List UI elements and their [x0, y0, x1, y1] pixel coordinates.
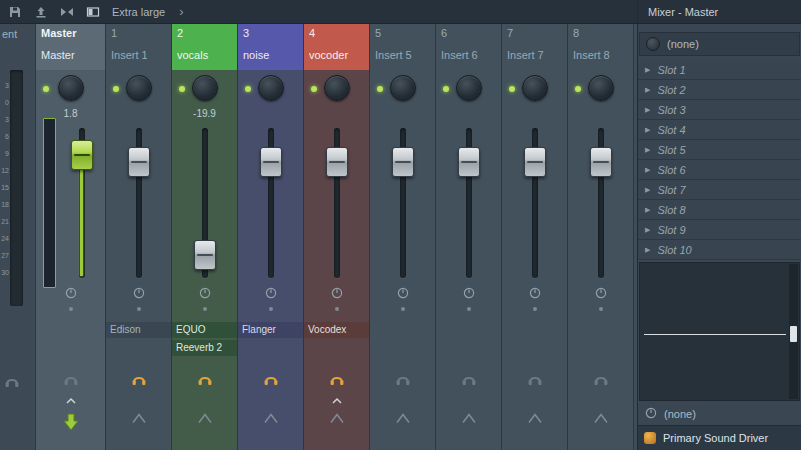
- track-header[interactable]: 5 Insert 5: [370, 24, 435, 70]
- audio-driver-row[interactable]: Primary Sound Driver: [638, 425, 801, 450]
- master-track-name[interactable]: Master: [41, 49, 100, 61]
- eq-scrollbar[interactable]: [789, 264, 798, 399]
- track-header[interactable]: 6 Insert 6: [436, 24, 501, 70]
- clock-icon[interactable]: [436, 284, 501, 302]
- clock-icon[interactable]: [172, 284, 237, 302]
- record-dot[interactable]: [36, 302, 105, 316]
- view-size-selector[interactable]: Extra large ›: [112, 4, 184, 19]
- effect-slot-label[interactable]: [370, 322, 435, 338]
- effect-slot-label[interactable]: [502, 322, 567, 338]
- record-dot[interactable]: [568, 302, 633, 316]
- clock-icon[interactable]: [304, 284, 369, 302]
- mixer-track[interactable]: 8 Insert 8: [568, 24, 634, 450]
- pan-knob[interactable]: [588, 75, 614, 101]
- volume-fader[interactable]: [458, 147, 480, 177]
- pan-knob[interactable]: [456, 75, 482, 101]
- track-name[interactable]: noise: [243, 49, 298, 61]
- effect-slot-label[interactable]: [36, 322, 105, 338]
- triangle-up-icon[interactable]: [370, 407, 435, 450]
- headphone-icon[interactable]: [502, 364, 567, 394]
- track-led[interactable]: [43, 86, 49, 92]
- track-header[interactable]: 8 Insert 8: [568, 24, 633, 70]
- effect-slot[interactable]: ▶Slot 5: [638, 140, 801, 160]
- mixer-track[interactable]: 1 Insert 1 Edison: [106, 24, 172, 450]
- track-name[interactable]: Insert 6: [441, 49, 496, 61]
- mixer-track[interactable]: 5 Insert 5: [370, 24, 436, 450]
- effect-slot-label[interactable]: [568, 340, 633, 356]
- mixer-track[interactable]: 6 Insert 6: [436, 24, 502, 450]
- track-led[interactable]: [113, 86, 119, 92]
- pan-knob[interactable]: [390, 75, 416, 101]
- plugin-slot-empty[interactable]: (none): [638, 403, 801, 425]
- master-volume-fader[interactable]: [71, 140, 93, 170]
- track-name[interactable]: vocals: [177, 49, 232, 61]
- generator-selector[interactable]: (none): [639, 32, 800, 56]
- effect-slot-label[interactable]: [304, 340, 369, 356]
- effect-slot[interactable]: ▶Slot 7: [638, 180, 801, 200]
- effect-slot[interactable]: ▶Slot 8: [638, 200, 801, 220]
- collapse-tracks-icon[interactable]: [60, 5, 74, 19]
- effect-slot-label[interactable]: [568, 322, 633, 338]
- mixer-track[interactable]: 3 noise Flanger: [238, 24, 304, 450]
- effect-slot-label[interactable]: [238, 340, 303, 356]
- effect-slot-label[interactable]: EQUO: [172, 322, 237, 338]
- effect-slot-label[interactable]: Flanger: [238, 322, 303, 338]
- record-dot[interactable]: [172, 302, 237, 316]
- dock-down-arrow-icon[interactable]: [36, 407, 105, 450]
- record-dot[interactable]: [370, 302, 435, 316]
- track-name[interactable]: Insert 8: [573, 49, 628, 61]
- track-name[interactable]: Insert 7: [507, 49, 562, 61]
- effect-slot-label[interactable]: Edison: [106, 322, 171, 338]
- headphone-icon[interactable]: [36, 364, 105, 394]
- clock-icon[interactable]: [370, 284, 435, 302]
- track-led[interactable]: [377, 86, 383, 92]
- master-track[interactable]: Master Master 1.8: [36, 24, 106, 450]
- triangle-up-icon[interactable]: [502, 407, 567, 450]
- effect-slot[interactable]: ▶Slot 3: [638, 100, 801, 120]
- eq-display[interactable]: [639, 262, 800, 401]
- record-dot[interactable]: [436, 302, 501, 316]
- mixer-track[interactable]: 4 vocoder Vocodex: [304, 24, 370, 450]
- pan-knob[interactable]: [522, 75, 548, 101]
- triangle-up-icon[interactable]: [304, 407, 369, 450]
- track-header[interactable]: 3 noise: [238, 24, 303, 70]
- effect-slot[interactable]: ▶Slot 1: [638, 60, 801, 80]
- volume-fader[interactable]: [194, 240, 216, 270]
- headphone-icon[interactable]: [304, 364, 369, 394]
- headphone-icon[interactable]: [238, 364, 303, 394]
- track-led[interactable]: [509, 86, 515, 92]
- pan-knob[interactable]: [58, 75, 84, 101]
- track-header[interactable]: 4 vocoder: [304, 24, 369, 70]
- pan-knob[interactable]: [126, 75, 152, 101]
- headphone-icon[interactable]: [436, 364, 501, 394]
- track-header[interactable]: 2 vocals: [172, 24, 237, 70]
- record-dot[interactable]: [106, 302, 171, 316]
- effect-slot[interactable]: ▶Slot 6: [638, 160, 801, 180]
- track-led[interactable]: [245, 86, 251, 92]
- clock-icon[interactable]: [568, 284, 633, 302]
- effect-slot-label[interactable]: Vocodex: [304, 322, 369, 338]
- clock-icon[interactable]: [502, 284, 567, 302]
- pan-knob[interactable]: [258, 75, 284, 101]
- triangle-up-icon[interactable]: [238, 407, 303, 450]
- record-dot[interactable]: [502, 302, 567, 316]
- track-led[interactable]: [443, 86, 449, 92]
- headphone-icon[interactable]: [568, 364, 633, 394]
- triangle-up-icon[interactable]: [172, 407, 237, 450]
- mixer-track[interactable]: 2 vocals -19.9 EQUO Reeverb 2: [172, 24, 238, 450]
- track-led[interactable]: [311, 86, 317, 92]
- detach-icon[interactable]: [34, 5, 48, 19]
- track-width-icon[interactable]: [86, 5, 100, 19]
- volume-fader[interactable]: [128, 147, 150, 177]
- effect-slot[interactable]: ▶Slot 4: [638, 120, 801, 140]
- effect-slot-label[interactable]: [370, 340, 435, 356]
- volume-fader[interactable]: [260, 147, 282, 177]
- effect-slot-label[interactable]: [36, 340, 105, 356]
- volume-fader[interactable]: [326, 147, 348, 177]
- track-header[interactable]: 7 Insert 7: [502, 24, 567, 70]
- effect-slot-label[interactable]: Reeverb 2: [172, 340, 237, 356]
- effect-slot-label[interactable]: [502, 340, 567, 356]
- disk-icon[interactable]: [8, 5, 22, 19]
- effect-slot[interactable]: ▶Slot 2: [638, 80, 801, 100]
- clock-icon[interactable]: [106, 284, 171, 302]
